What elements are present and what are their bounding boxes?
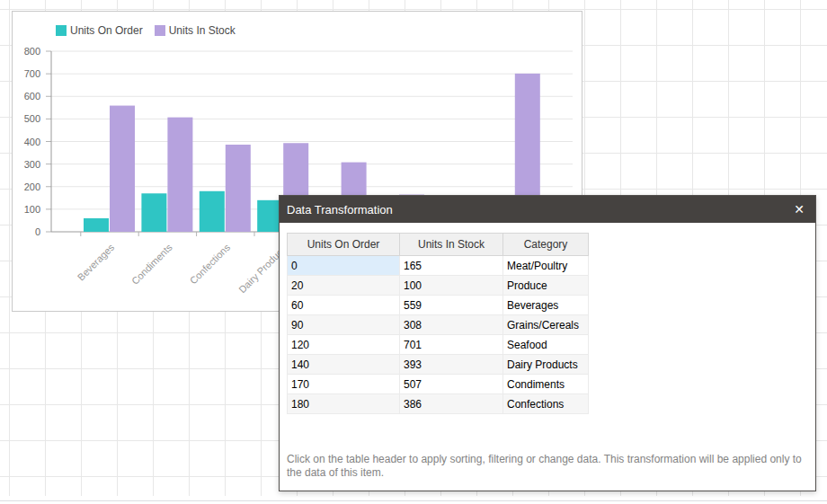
table-row: 120701Seafood bbox=[288, 335, 589, 355]
table-row: 90308Grains/Cereals bbox=[288, 315, 589, 335]
dialog-body: Units On Order Units In Stock Category 0… bbox=[280, 223, 815, 491]
canvas-bottom-border bbox=[0, 500, 827, 501]
table-row: 140393Dairy Products bbox=[288, 355, 589, 375]
table-row: 60559Beverages bbox=[288, 296, 589, 315]
column-header-units-on-order[interactable]: Units On Order bbox=[288, 234, 400, 256]
bar-units-on-order-condiments[interactable] bbox=[141, 193, 166, 232]
x-axis-label: Beverages bbox=[76, 242, 117, 283]
legend-label-units-in-stock: Units In Stock bbox=[169, 24, 236, 37]
legend-label-units-on-order: Units On Order bbox=[70, 24, 143, 37]
x-axis-label: Condiments bbox=[129, 242, 174, 287]
table-cell[interactable]: 60 bbox=[288, 296, 400, 315]
table-cell[interactable]: 180 bbox=[288, 394, 400, 414]
legend-swatch-units-in-stock bbox=[155, 25, 165, 36]
y-axis-label: 500 bbox=[24, 113, 40, 124]
y-axis-label: 0 bbox=[35, 226, 40, 237]
y-axis-label: 100 bbox=[24, 204, 40, 215]
dialog-title: Data Transformation bbox=[280, 203, 783, 217]
table-cell[interactable]: Dairy Products bbox=[503, 355, 589, 375]
table-cell[interactable]: 0 bbox=[288, 256, 400, 276]
legend-item-units-in-stock: Units In Stock bbox=[155, 24, 236, 37]
table-cell[interactable]: 393 bbox=[400, 355, 503, 375]
table-cell[interactable]: Produce bbox=[503, 276, 589, 296]
table-header-row: Units On Order Units In Stock Category bbox=[288, 234, 589, 256]
table-cell[interactable]: 701 bbox=[400, 335, 503, 355]
table-row: 180386Confections bbox=[288, 394, 589, 414]
table-cell[interactable]: 140 bbox=[288, 355, 400, 375]
dialog-note: Click on the table header to apply sorti… bbox=[287, 453, 805, 480]
column-header-category[interactable]: Category bbox=[503, 234, 589, 256]
table-cell[interactable]: 559 bbox=[400, 296, 503, 315]
legend-item-units-on-order: Units On Order bbox=[56, 24, 143, 37]
table-cell[interactable]: Meat/Poultry bbox=[503, 256, 589, 276]
data-table: Units On Order Units In Stock Category 0… bbox=[287, 233, 589, 414]
table-cell[interactable]: Beverages bbox=[503, 296, 589, 315]
bar-units-in-stock-confections[interactable] bbox=[226, 145, 251, 232]
table-cell[interactable]: Condiments bbox=[503, 375, 589, 394]
table-cell[interactable]: 100 bbox=[400, 276, 503, 296]
table-cell[interactable]: Grains/Cereals bbox=[503, 315, 589, 335]
table-cell[interactable]: 386 bbox=[400, 394, 503, 414]
close-icon: ✕ bbox=[794, 202, 805, 217]
table-cell[interactable]: 90 bbox=[288, 315, 400, 335]
table-cell[interactable]: 120 bbox=[288, 335, 400, 355]
legend-swatch-units-on-order bbox=[56, 25, 67, 36]
y-axis-label: 200 bbox=[24, 181, 40, 192]
table-cell[interactable]: 507 bbox=[400, 375, 503, 394]
table-row: 0165Meat/Poultry bbox=[288, 256, 589, 276]
data-transformation-dialog: Data Transformation ✕ Units On Order Uni… bbox=[279, 195, 816, 491]
dialog-header[interactable]: Data Transformation ✕ bbox=[280, 196, 815, 223]
table-cell[interactable]: 170 bbox=[288, 375, 400, 394]
table-cell[interactable]: 308 bbox=[400, 315, 503, 335]
chart-legend: Units On Order Units In Stock bbox=[56, 24, 247, 37]
y-axis-label: 800 bbox=[24, 46, 40, 57]
designer-canvas: 0100200300400500600700800BeveragesCondim… bbox=[0, 0, 827, 504]
y-axis-label: 300 bbox=[24, 159, 40, 170]
bar-units-on-order-beverages[interactable] bbox=[84, 218, 109, 232]
table-cell[interactable]: 20 bbox=[288, 276, 400, 296]
x-axis-label: Confections bbox=[188, 242, 233, 287]
table-cell[interactable]: Confections bbox=[503, 394, 589, 414]
y-axis-label: 400 bbox=[24, 137, 40, 147]
table-cell[interactable]: 165 bbox=[400, 256, 503, 276]
close-button[interactable]: ✕ bbox=[783, 196, 815, 223]
table-row: 20100Produce bbox=[288, 276, 589, 296]
table-cell[interactable]: Seafood bbox=[503, 335, 589, 355]
bar-units-on-order-confections[interactable] bbox=[200, 191, 225, 232]
y-axis-label: 600 bbox=[24, 91, 40, 102]
bar-units-in-stock-beverages[interactable] bbox=[110, 106, 135, 232]
table-row: 170507Condiments bbox=[288, 375, 589, 394]
bar-units-in-stock-condiments[interactable] bbox=[167, 118, 192, 232]
column-header-units-in-stock[interactable]: Units In Stock bbox=[400, 234, 503, 256]
y-axis-label: 700 bbox=[24, 68, 40, 79]
